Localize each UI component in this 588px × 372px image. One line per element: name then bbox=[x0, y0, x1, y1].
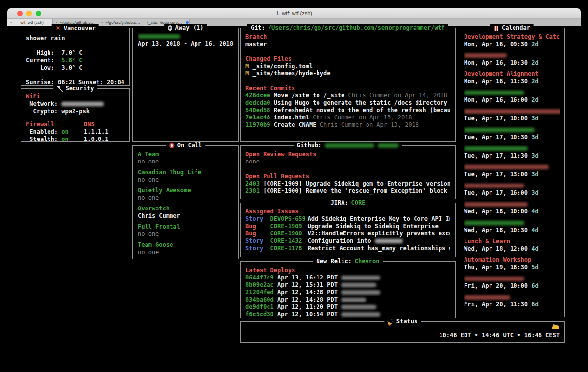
event-days-until: 2d bbox=[531, 41, 538, 47]
deploy-time: Apr 12, 10:54 PDT bbox=[277, 311, 338, 318]
wifi-row: Crypto:wpa2-psk bbox=[26, 108, 124, 115]
deploy-hash: de9df0c1 bbox=[245, 303, 274, 310]
jira-issue-row: BugCORE-1909Upgrade Sidekiq to Sidekiq E… bbox=[245, 223, 450, 230]
pr-number: 2403 bbox=[245, 180, 260, 187]
tab-close-icon[interactable]: × bbox=[10, 20, 12, 25]
traffic-lights bbox=[17, 11, 41, 16]
event-date: Wed, Apr 18, 12:00 bbox=[464, 245, 528, 252]
close-window-button[interactable] bbox=[17, 11, 23, 16]
pr-title: [CORE-1900] Remove the 'rescue_from Exce… bbox=[263, 187, 450, 194]
event-date: Wed, Apr 18, 10:30 bbox=[464, 227, 528, 233]
team-person: no one bbox=[138, 194, 233, 202]
calendar-event: Wed, Apr 18, 10:30 4d bbox=[464, 219, 560, 234]
event-days-until: 3d bbox=[531, 152, 538, 159]
pull-request-row: 2381 [CORE-1900] Remove the 'rescue_from… bbox=[245, 187, 450, 195]
event-date-row: Fri, Apr 20, 11:30 6d bbox=[464, 301, 560, 308]
issue-summary: V2::HandleErrors explicitly prevents exc… bbox=[307, 230, 450, 237]
tab-close-icon[interactable]: × bbox=[147, 20, 149, 25]
event-date-row: Wed, Apr 18, 12:00 4d bbox=[464, 245, 560, 253]
calendar-event: Development Strategy & Catch UpMon, Apr … bbox=[464, 33, 560, 48]
deploy-time: Apr 12, 14:28 PDT bbox=[277, 296, 338, 303]
review-requests-empty: none bbox=[245, 158, 450, 165]
event-title bbox=[464, 126, 560, 134]
event-days-until: 2d bbox=[531, 59, 538, 66]
oncall-team: A Teamno one bbox=[138, 151, 233, 165]
event-title-redacted bbox=[464, 184, 524, 188]
firewall-row-label: Enabled: bbox=[26, 128, 58, 136]
firewall-row-value: on bbox=[61, 128, 68, 135]
tab-close-icon[interactable]: × bbox=[55, 20, 58, 25]
event-days-until: 6d bbox=[531, 301, 538, 308]
issue-type: Story bbox=[245, 245, 270, 252]
commit-message: Move /site to /_site bbox=[274, 92, 345, 99]
issue-type: Story bbox=[245, 237, 270, 245]
recent-commits-heading: Recent Commits bbox=[245, 85, 450, 92]
minimize-window-button[interactable] bbox=[26, 11, 32, 16]
wifi-heading: WiFi bbox=[26, 93, 124, 100]
event-title-redacted bbox=[464, 221, 524, 225]
zoom-window-button[interactable] bbox=[36, 11, 41, 16]
oncall-panel: On Call A Teamno oneCanadian Thug Lifeno… bbox=[132, 145, 239, 259]
weather-temp-row: Low:3.0° C bbox=[26, 64, 124, 71]
event-date-row: Tue, Apr 17, 13:00 3d bbox=[464, 171, 560, 178]
event-title-text: Automation Workshop bbox=[464, 256, 531, 263]
event-title-redacted bbox=[464, 109, 560, 114]
event-days-until: 3d bbox=[531, 171, 538, 178]
deploy-author-redacted bbox=[341, 305, 376, 309]
dns-value: 1.0.0.1 bbox=[84, 136, 109, 141]
jira-issue-row: BugCORE-1900V2::HandleErrors explicitly … bbox=[245, 230, 450, 237]
commit-message: Using Hugo to generate the static /docs … bbox=[274, 99, 447, 106]
commit-meta: Chris Cummer on Apr 13, 2018 bbox=[320, 121, 419, 128]
deploy-author-redacted bbox=[341, 298, 366, 302]
tab-3[interactable]: ×~/go/src/github.com/senor... bbox=[98, 19, 144, 26]
temp-label: Low: bbox=[26, 64, 54, 71]
tab-1[interactable]: ×wtf: wtf (zsh) bbox=[7, 19, 53, 26]
branch-name: master bbox=[245, 41, 450, 48]
deploy-hash: 8b09e2ac bbox=[245, 281, 274, 288]
event-title: Development Alignment bbox=[464, 70, 560, 78]
event-date-row: Tue, Apr 17, 10:00 3d bbox=[464, 115, 560, 122]
file-path: _site/config.toml bbox=[252, 63, 313, 70]
calendar-event: Development AlignmentMon, Apr 16, 11:30 … bbox=[464, 70, 560, 85]
event-title: Development Strategy & Catch Up bbox=[464, 33, 560, 41]
tab-label: ~/go/src/github.com/senor... bbox=[60, 20, 95, 25]
cheese-icon bbox=[552, 324, 559, 329]
deploy-hash: 0644f7c9 bbox=[245, 274, 274, 281]
file-path: _site/themes/hyde-hyde bbox=[252, 70, 330, 77]
git-panel: Git: /Users/chris/go/src/github.com/seno… bbox=[240, 28, 456, 142]
event-title bbox=[464, 201, 560, 208]
deploy-hash: 834ba60d bbox=[245, 296, 274, 303]
changed-files-heading: Changed Files bbox=[245, 55, 450, 63]
event-date-row: Wed, Apr 18, 10:30 4d bbox=[464, 227, 560, 234]
issue-summary: Upgrade Sidekiq to Sidekiq Enterprise bbox=[307, 223, 438, 230]
event-date-row: Tue, Apr 17, 11:30 3d bbox=[464, 152, 560, 160]
calendar-event: Tue, Apr 17, 10:30 3d bbox=[464, 126, 560, 141]
event-date: Thu, Apr 19, 16:30 bbox=[464, 264, 528, 271]
away-name-redacted bbox=[138, 34, 180, 39]
review-requests-heading: Open Review Requests bbox=[245, 151, 450, 158]
deploy-row: 8b09e2ac Apr 12, 15:31 PDT bbox=[245, 281, 450, 289]
firewall-row: Stealth:on bbox=[26, 136, 84, 141]
commit-row: dedcda0 Using Hugo to generate the stati… bbox=[245, 99, 450, 107]
event-title bbox=[464, 89, 560, 96]
issue-summary: Configuration into bbox=[307, 237, 371, 244]
calendar-event: Mon, Apr 16, 10:30 2d bbox=[464, 52, 560, 67]
event-days-until: 4d bbox=[531, 208, 538, 215]
event-title-redacted bbox=[464, 277, 524, 281]
temp-value: 7.0° C bbox=[61, 49, 82, 56]
file-change-flag: M bbox=[245, 70, 249, 77]
deploy-time: Apr 12, 15:31 PDT bbox=[277, 281, 338, 288]
event-date: Tue, Apr 17, 10:00 bbox=[464, 115, 528, 122]
event-title bbox=[464, 182, 560, 189]
deploy-hash: 21204fed bbox=[245, 289, 274, 296]
calendar-event: Mon, Apr 16, 16:00 2d bbox=[464, 89, 560, 104]
commit-meta: Chris Cummer on Apr 14, 2018 bbox=[348, 92, 447, 99]
event-date-row: Tue, Apr 17, 16:00 3d bbox=[464, 189, 560, 197]
deploy-row: f6c5cd30 Apr 12, 10:54 PDT bbox=[245, 311, 450, 318]
event-date: Tue, Apr 17, 16:00 bbox=[464, 189, 528, 196]
event-date: Mon, Apr 16, 09:30 bbox=[464, 41, 528, 47]
tab-close-icon[interactable]: × bbox=[101, 20, 103, 25]
dns-value: 1.1.1.1 bbox=[84, 128, 109, 136]
commit-message: index.html bbox=[274, 114, 309, 121]
event-date-row: Mon, Apr 16, 10:30 2d bbox=[464, 59, 560, 67]
